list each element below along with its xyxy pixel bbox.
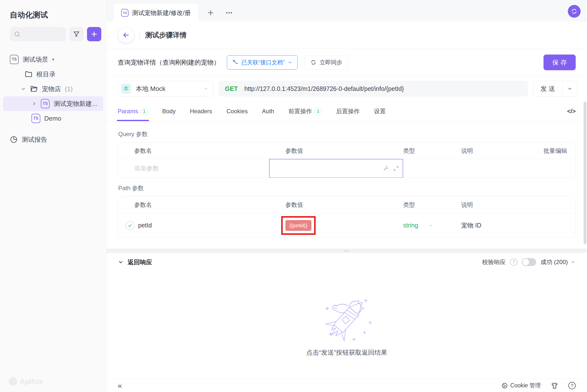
scenarios-label: 测试场景 — [23, 55, 48, 64]
filter-button[interactable] — [69, 27, 84, 41]
linked-api-doc-button[interactable]: 已关联“接口文档” — [227, 55, 298, 70]
code-view-icon[interactable]: </> — [567, 108, 576, 115]
new-tab-button[interactable] — [207, 9, 214, 16]
param-name[interactable]: petId — [138, 222, 152, 229]
query-add-param-row — [118, 159, 575, 178]
help-icon[interactable]: ? — [568, 382, 576, 389]
tab-actions — [207, 9, 233, 17]
app-root: 自动化测试 TS 测试场景 ▾ — [0, 0, 587, 392]
col-name: 参数名 — [118, 147, 269, 155]
tab-title: 测试宠物新建/修改/册 — [132, 9, 191, 17]
env-badge: 本 — [121, 84, 131, 94]
tab-headers[interactable]: Headers — [190, 101, 212, 121]
add-scenario-button[interactable] — [87, 27, 101, 41]
folder-icon — [25, 70, 33, 78]
response-status-select[interactable]: 成功 (200) — [540, 258, 576, 266]
col-type: 类型 — [403, 147, 450, 155]
step-name: 查询宠物详情（查询刚刚建的宠物） — [118, 58, 220, 67]
tab-pre-operations[interactable]: 前置操作 1 — [288, 101, 322, 121]
folder-open-icon — [30, 85, 38, 93]
validate-response-toggle[interactable] — [522, 258, 536, 266]
panel-splitter-handle[interactable]: ⋯ — [106, 248, 587, 253]
query-params-header: 参数名 参数值 类型 说明 批量编辑 — [118, 143, 575, 159]
tab-auth[interactable]: Auth — [262, 101, 274, 121]
param-desc[interactable]: 宠物 ID — [450, 221, 575, 230]
sidebar-item-demo[interactable]: TS Demo — [0, 111, 106, 126]
sync-indicator-button[interactable] — [568, 5, 580, 18]
send-button[interactable]: 发 送 — [533, 81, 577, 96]
ts-case-icon: TS — [41, 99, 50, 108]
sidebar-item-root-folder[interactable]: 根目录 — [0, 67, 106, 82]
chevron-right-icon — [32, 101, 37, 106]
plus-icon — [91, 30, 98, 38]
expand-icon[interactable] — [393, 165, 399, 172]
add-param-input[interactable] — [134, 165, 256, 172]
tshirt-icon[interactable] — [551, 382, 558, 389]
http-method: GET — [225, 85, 238, 92]
sidebar-item-selected-case[interactable]: TS 测试宠物新建... — [3, 96, 103, 111]
rocket-fox-illustration — [316, 293, 378, 345]
vertical-scrollbar[interactable] — [583, 102, 586, 244]
petstore-count: (1) — [65, 85, 73, 93]
page-title: 测试步骤详情 — [145, 30, 187, 40]
petstore-label: 宠物店 — [42, 85, 61, 93]
magic-wand-icon[interactable] — [383, 165, 389, 172]
search-input[interactable] — [10, 27, 66, 41]
collapse-chevron-icon[interactable] — [118, 259, 124, 265]
response-header: 返回响应 校验响应 ? 成功 (200) — [106, 253, 587, 271]
pre-operations-count-badge: 1 — [315, 108, 322, 115]
search-icon — [14, 31, 21, 38]
main-panel: TS 测试宠物新建/修改/册 — [106, 0, 587, 392]
col-desc: 说明 — [450, 147, 531, 155]
params-count-badge: 1 — [141, 108, 148, 115]
collapse-sidebar-icon[interactable]: « — [118, 382, 122, 390]
col-value: 参数值 — [269, 201, 403, 209]
send-options-caret[interactable] — [562, 81, 577, 96]
reports-label: 测试报告 — [22, 135, 47, 144]
empty-response-hint: 点击“发送”按钮获取返回结果 — [306, 348, 387, 357]
chevron-down-icon — [21, 86, 26, 92]
link-icon — [232, 59, 238, 66]
sidebar: 自动化测试 TS 测试场景 ▾ — [0, 0, 106, 392]
sidebar-item-petstore[interactable]: 宠物店 (1) — [0, 82, 106, 96]
tab-params[interactable]: Params 1 — [118, 101, 148, 121]
col-type: 类型 — [403, 201, 450, 209]
demo-label: Demo — [44, 115, 61, 122]
cookie-icon — [501, 382, 508, 389]
tab-bar: TS 测试宠物新建/修改/册 — [106, 0, 587, 22]
param-enabled-check-icon[interactable] — [125, 221, 135, 230]
col-name: 参数名 — [118, 201, 269, 209]
more-tabs-button[interactable] — [225, 9, 233, 17]
save-button[interactable]: 保 存 — [543, 54, 576, 70]
param-name-cell — [118, 165, 269, 172]
tab-body[interactable]: Body — [162, 101, 176, 121]
param-value-input[interactable] — [270, 165, 383, 172]
sync-now-button[interactable]: 立即同步 — [305, 55, 348, 70]
tab-settings[interactable]: 设置 — [374, 101, 386, 121]
cookie-manager-button[interactable]: Cookie 管理 — [501, 382, 541, 389]
tab-cookies[interactable]: Cookies — [226, 101, 248, 121]
tab-post-operations[interactable]: 后置操作 — [336, 101, 360, 121]
param-type-select[interactable]: string — [403, 222, 418, 229]
param-name-cell: petId — [118, 221, 269, 230]
caret-down-icon: ▾ — [52, 57, 54, 62]
sidebar-item-scenarios[interactable]: TS 测试场景 ▾ — [0, 52, 106, 67]
sidebar-item-test-reports[interactable]: 测试报告 — [0, 132, 106, 147]
footer-bar: « Cookie 管理 ? — [106, 379, 587, 392]
param-value-variable-badge[interactable]: {{petid}} — [285, 220, 312, 231]
param-value-cell-focused[interactable] — [269, 159, 403, 178]
sync-icon — [571, 8, 578, 15]
url-bar: GET — [218, 81, 528, 96]
help-icon[interactable]: ? — [510, 258, 517, 266]
ts-case-icon: TS — [32, 114, 40, 123]
back-button[interactable] — [118, 27, 134, 43]
page-header: 测试步骤详情 — [106, 22, 587, 49]
env-name: 本地 Mock — [136, 84, 199, 93]
bulk-edit-button[interactable]: 批量编辑 — [531, 147, 575, 155]
ts-tab-icon: TS — [121, 9, 129, 17]
environment-select[interactable]: 本 本地 Mock — [118, 81, 214, 96]
sidebar-title: 自动化测试 — [0, 8, 106, 27]
params-area: Query 参数 参数名 参数值 类型 说明 批量编辑 — [106, 121, 587, 238]
tab-active-scenario[interactable]: TS 测试宠物新建/修改/册 — [114, 4, 198, 22]
url-input[interactable] — [244, 85, 522, 92]
